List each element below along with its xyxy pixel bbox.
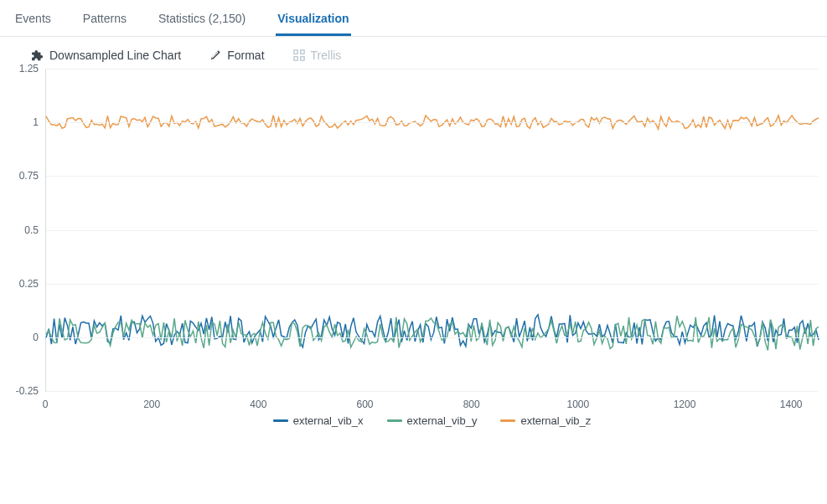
y-tick: 0.75 xyxy=(19,170,39,182)
gridline xyxy=(46,391,819,392)
x-tick: 200 xyxy=(143,399,160,410)
tabs-bar: Events Patterns Statistics (2,150) Visua… xyxy=(0,0,827,37)
svg-rect-2 xyxy=(293,57,297,60)
viz-toolbar: Downsampled Line Chart Format Trellis xyxy=(0,37,827,65)
gridline xyxy=(46,230,819,231)
puzzle-icon xyxy=(32,49,44,61)
legend-swatch xyxy=(387,419,402,422)
legend-label: external_vib_z xyxy=(520,414,591,427)
trellis-label: Trellis xyxy=(311,49,342,62)
legend-label: external_vib_y xyxy=(407,414,478,427)
x-tick: 1400 xyxy=(780,399,803,410)
svg-rect-1 xyxy=(300,50,303,54)
legend-swatch xyxy=(500,419,515,422)
x-tick: 600 xyxy=(357,399,374,410)
tab-visualization[interactable]: Visualization xyxy=(276,7,350,36)
y-tick: -0.25 xyxy=(16,385,39,397)
legend-item-external_vib_y[interactable]: external_vib_y xyxy=(387,412,478,429)
legend-label: external_vib_x xyxy=(293,414,364,427)
pencil-icon xyxy=(209,49,221,61)
y-tick: 0.25 xyxy=(19,278,39,290)
x-tick: 1200 xyxy=(674,399,696,410)
y-tick: 1 xyxy=(33,116,39,128)
gridline xyxy=(46,122,819,123)
legend-item-external_vib_x[interactable]: external_vib_x xyxy=(273,412,364,429)
x-tick: 400 xyxy=(250,399,266,410)
plot-area[interactable] xyxy=(45,69,819,392)
y-tick: 1.25 xyxy=(19,63,39,75)
y-tick: 0 xyxy=(33,332,39,343)
x-tick: 1000 xyxy=(567,399,590,410)
x-axis: 0200400600800100012001400 xyxy=(45,395,819,412)
y-axis: -0.2500.250.50.7511.25 xyxy=(7,69,44,392)
format-label: Format xyxy=(227,49,264,62)
svg-rect-3 xyxy=(300,57,303,60)
gridline xyxy=(46,176,819,177)
x-tick: 0 xyxy=(43,399,49,410)
tab-events[interactable]: Events xyxy=(13,7,53,36)
legend-swatch xyxy=(273,419,288,422)
tab-statistics[interactable]: Statistics (2,150) xyxy=(157,7,247,36)
gridline xyxy=(46,69,819,69)
format-button[interactable]: Format xyxy=(209,49,264,62)
chart-type-label: Downsampled Line Chart xyxy=(49,49,181,62)
svg-rect-0 xyxy=(293,50,297,54)
legend: external_vib_xexternal_vib_yexternal_vib… xyxy=(45,412,819,429)
tab-patterns[interactable]: Patterns xyxy=(81,7,128,36)
trellis-button: Trellis xyxy=(293,49,342,62)
legend-item-external_vib_z[interactable]: external_vib_z xyxy=(500,412,591,429)
gridline xyxy=(46,284,819,285)
line-chart[interactable]: -0.2500.250.50.7511.25 02004006008001000… xyxy=(7,69,820,429)
gridline xyxy=(46,337,819,338)
x-tick: 800 xyxy=(463,399,480,410)
trellis-icon xyxy=(293,49,305,61)
chart-type-picker[interactable]: Downsampled Line Chart xyxy=(32,49,181,62)
y-tick: 0.5 xyxy=(24,224,39,236)
